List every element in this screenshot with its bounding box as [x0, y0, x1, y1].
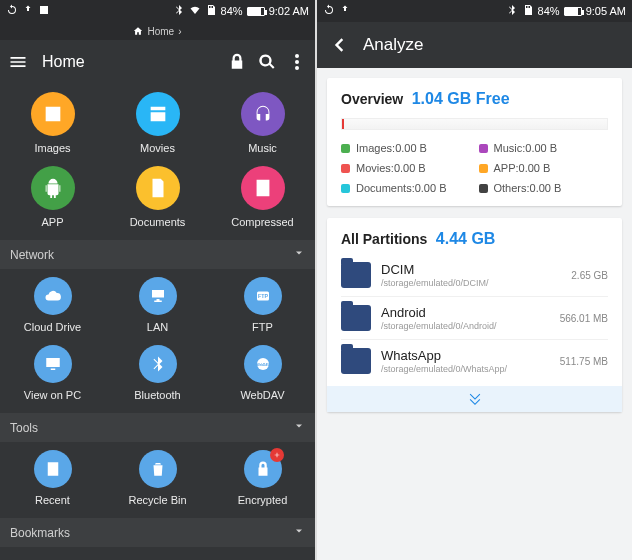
partition-row[interactable]: Android/storage/emulated/0/Android/566.0…	[341, 296, 608, 339]
image-icon	[31, 92, 75, 136]
swatch	[479, 164, 488, 173]
overview-free: 1.04 GB Free	[412, 90, 510, 107]
network-item-ftp[interactable]: FTPFTP	[210, 277, 315, 333]
svg-text:WebDAV: WebDAV	[256, 363, 268, 367]
bluetooth-icon	[506, 4, 518, 18]
legend-item: APP:0.00 B	[479, 162, 609, 174]
phone-left: 84% 9:02 AM Home › Home ImagesMoviesMusi…	[0, 0, 317, 560]
lock-icon	[244, 450, 282, 488]
folder-icon	[341, 262, 371, 288]
menu-button[interactable]	[8, 52, 28, 72]
partitions-card: All Partitions 4.44 GB DCIM/storage/emul…	[327, 218, 622, 412]
legend-item: Others:0.00 B	[479, 182, 609, 194]
zip-icon	[241, 166, 285, 210]
chevron-down-icon	[293, 525, 305, 540]
partition-size: 2.65 GB	[571, 270, 608, 281]
doc-icon	[136, 166, 180, 210]
trash-icon	[139, 450, 177, 488]
folder-icon	[341, 305, 371, 331]
breadcrumb[interactable]: Home ›	[0, 22, 315, 40]
swatch	[341, 184, 350, 193]
network-item-view-on-pc[interactable]: View on PC	[0, 345, 105, 401]
section-head-bookmarks[interactable]: Bookmarks	[0, 518, 315, 547]
partition-path: /storage/emulated/0/Android/	[381, 321, 550, 331]
usage-bar	[341, 118, 608, 130]
partition-path: /storage/emulated/0/DCIM/	[381, 278, 561, 288]
partition-row[interactable]: WhatsApp/storage/emulated/0/WhatsApp/511…	[341, 339, 608, 382]
partition-size: 566.01 MB	[560, 313, 608, 324]
legend-label: Images:0.00 B	[356, 142, 427, 154]
overview-card: Overview 1.04 GB Free Images:0.00 BMusic…	[327, 78, 622, 206]
swatch	[479, 144, 488, 153]
swatch	[341, 164, 350, 173]
page-title: Analyze	[363, 35, 423, 55]
sync-icon	[323, 4, 335, 18]
ftp-icon: FTP	[244, 277, 282, 315]
sd-icon	[522, 4, 534, 18]
status-bar: 84% 9:02 AM	[0, 0, 315, 22]
sync-icon	[6, 4, 18, 18]
expand-button[interactable]	[327, 386, 622, 412]
overflow-button[interactable]	[287, 52, 307, 72]
category-label: Movies	[140, 142, 175, 154]
folder-icon	[341, 348, 371, 374]
tools-item-recycle-bin[interactable]: Recycle Bin	[105, 450, 210, 506]
music-icon	[241, 92, 285, 136]
webdav-icon: WebDAV	[244, 345, 282, 383]
section-head-network[interactable]: Network	[0, 240, 315, 269]
tools-item-recent[interactable]: Recent	[0, 450, 105, 506]
item-label: FTP	[252, 321, 273, 333]
legend-label: Others:0.00 B	[494, 182, 562, 194]
section-label: Network	[10, 248, 54, 262]
pc-icon	[34, 345, 72, 383]
home-icon	[133, 26, 143, 36]
phone-right: 84% 9:05 AM Analyze Overview 1.04 GB Fre…	[317, 0, 632, 560]
item-label: Bluetooth	[134, 389, 180, 401]
partition-name: Android	[381, 305, 550, 320]
network-item-cloud-drive[interactable]: Cloud Drive	[0, 277, 105, 333]
category-label: APP	[41, 216, 63, 228]
network-item-lan[interactable]: LAN	[105, 277, 210, 333]
search-button[interactable]	[257, 52, 277, 72]
partition-row[interactable]: DCIM/storage/emulated/0/DCIM/2.65 GB	[341, 254, 608, 296]
legend-item: Images:0.00 B	[341, 142, 471, 154]
partition-path: /storage/emulated/0/WhatsApp/	[381, 364, 550, 374]
network-item-bluetooth[interactable]: Bluetooth	[105, 345, 210, 401]
chevron-down-icon	[293, 420, 305, 435]
chevron-down-double-icon	[466, 390, 484, 408]
section-head-tools[interactable]: Tools	[0, 413, 315, 442]
category-documents[interactable]: Documents	[105, 166, 210, 228]
category-music[interactable]: Music	[210, 92, 315, 154]
page-title: Home	[38, 53, 217, 71]
section-label: Bookmarks	[10, 526, 70, 540]
status-bar: 84% 9:05 AM	[317, 0, 632, 22]
content: ImagesMoviesMusicAPPDocumentsCompressed …	[0, 84, 315, 560]
content: Overview 1.04 GB Free Images:0.00 BMusic…	[317, 68, 632, 560]
battery-pct: 84%	[221, 5, 243, 17]
partitions-title: All Partitions	[341, 231, 427, 247]
category-compressed[interactable]: Compressed	[210, 166, 315, 228]
category-label: Compressed	[231, 216, 293, 228]
recent-icon	[34, 450, 72, 488]
item-label: Recent	[35, 494, 70, 506]
topbar: Analyze	[317, 22, 632, 68]
category-movies[interactable]: Movies	[105, 92, 210, 154]
item-label: LAN	[147, 321, 168, 333]
network-item-webdav[interactable]: WebDAVWebDAV	[210, 345, 315, 401]
upload-icon	[22, 4, 34, 18]
sd-icon	[205, 4, 217, 18]
tools-item-encrypted[interactable]: Encrypted	[210, 450, 315, 506]
lan-icon	[139, 277, 177, 315]
category-images[interactable]: Images	[0, 92, 105, 154]
chevron-right-icon: ›	[178, 26, 181, 37]
item-label: Recycle Bin	[128, 494, 186, 506]
battery-pct: 84%	[538, 5, 560, 17]
category-app[interactable]: APP	[0, 166, 105, 228]
cloud-icon	[34, 277, 72, 315]
legend-item: Movies:0.00 B	[341, 162, 471, 174]
svg-rect-0	[154, 114, 161, 120]
category-label: Music	[248, 142, 277, 154]
clock: 9:02 AM	[269, 5, 309, 17]
lock-button[interactable]	[227, 52, 247, 72]
back-button[interactable]	[329, 35, 349, 55]
